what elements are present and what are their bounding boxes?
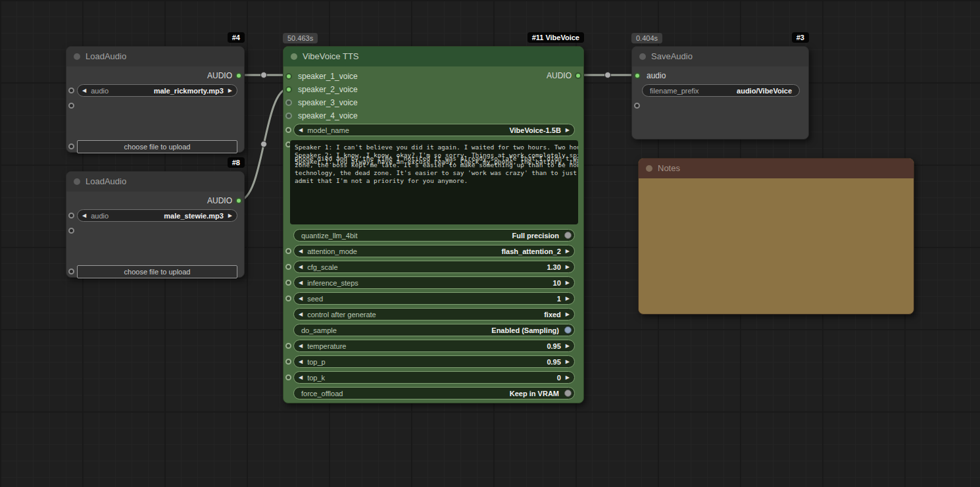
- widget-top-p[interactable]: ◀ top_p 0.95 ▶: [293, 355, 575, 368]
- widget-value: 10: [553, 279, 561, 287]
- top-k-input-socket[interactable]: [285, 374, 291, 380]
- next-arrow-icon[interactable]: ▶: [561, 340, 574, 352]
- output-slot-label-audio: AUDIO: [547, 71, 572, 80]
- audio-file-combo[interactable]: ◀ audio male_rickmorty.mp3 ▶: [77, 84, 237, 97]
- next-arrow-icon[interactable]: ▶: [561, 371, 574, 384]
- audio-output-socket[interactable]: [575, 72, 581, 79]
- prev-arrow-icon[interactable]: ◀: [294, 245, 307, 257]
- toggle-knob-icon[interactable]: [564, 390, 572, 397]
- widget-value: audio/VibeVoice: [737, 87, 799, 95]
- next-arrow-icon[interactable]: ▶: [561, 245, 574, 257]
- prev-arrow-icon[interactable]: ◀: [294, 124, 307, 136]
- widget-temperature[interactable]: ◀ temperature 0.95 ▶: [293, 340, 575, 352]
- prev-arrow-icon[interactable]: ◀: [78, 84, 91, 97]
- audio-output-socket[interactable]: [235, 72, 242, 79]
- prev-arrow-icon[interactable]: ◀: [294, 340, 307, 352]
- speaker-3-input-socket[interactable]: [285, 99, 292, 106]
- audio-output-socket[interactable]: [235, 197, 242, 204]
- collapse-dot-icon[interactable]: [646, 165, 652, 172]
- prev-arrow-icon[interactable]: ◀: [294, 308, 307, 320]
- node-loadaudio-8[interactable]: LoadAudio AUDIO ◀ audio male_stewie.mp3 …: [66, 171, 245, 278]
- widget-force-offload[interactable]: force_offload Keep in VRAM: [293, 387, 575, 399]
- collapse-dot-icon[interactable]: [74, 53, 80, 60]
- script-textarea[interactable]: Speaker 1: I can't believe you did it ag…: [290, 140, 578, 224]
- node-notes[interactable]: Notes: [638, 158, 914, 315]
- widget-label: temperature: [307, 342, 346, 350]
- widget-label: do_sample: [294, 326, 337, 334]
- upload-input-socket[interactable]: [68, 269, 74, 274]
- output-slot-label-audio: AUDIO: [207, 196, 232, 205]
- toggle-knob-icon[interactable]: [564, 232, 572, 239]
- input-slot-label: speaker_1_voice: [298, 72, 358, 81]
- widget-top-k[interactable]: ◀ top_k 0 ▶: [293, 371, 575, 384]
- audioui-input-socket[interactable]: [634, 103, 640, 109]
- node-saveaudio[interactable]: SaveAudio audio filename_prefix audio/Vi…: [631, 46, 809, 140]
- model-name-combo[interactable]: ◀ model_name VibeVoice-1.5B ▶: [293, 124, 575, 136]
- prev-arrow-icon[interactable]: ◀: [294, 261, 307, 273]
- notes-body[interactable]: [639, 178, 914, 314]
- next-arrow-icon[interactable]: ▶: [224, 209, 237, 222]
- audioui-input-socket[interactable]: [68, 228, 74, 234]
- node-loadaudio-4[interactable]: LoadAudio AUDIO ◀ audio male_rickmorty.m…: [66, 46, 245, 153]
- input-slot-label: speaker_2_voice: [298, 85, 358, 94]
- speaker-1-input-socket[interactable]: [285, 73, 292, 80]
- next-arrow-icon[interactable]: ▶: [561, 261, 574, 273]
- prev-arrow-icon[interactable]: ◀: [294, 292, 307, 305]
- widget-quantize-llm-4bit[interactable]: quantize_llm_4bit Full precision: [293, 229, 575, 242]
- seed-input-socket[interactable]: [285, 295, 291, 301]
- audioui-input-socket[interactable]: [68, 103, 74, 109]
- widget-label: quantize_llm_4bit: [294, 232, 358, 240]
- widget-label: control after generate: [307, 311, 376, 319]
- filename-prefix-field[interactable]: filename_prefix audio/VibeVoice: [642, 84, 800, 97]
- speaker-2-input-socket[interactable]: [285, 86, 292, 93]
- choose-file-button[interactable]: choose file to upload: [77, 140, 237, 153]
- widget-value: 1.30: [547, 263, 560, 271]
- next-arrow-icon[interactable]: ▶: [561, 124, 574, 136]
- widget-seed[interactable]: ◀ seed 1 ▶: [293, 292, 575, 305]
- attention-mode-input-socket[interactable]: [285, 248, 291, 254]
- next-arrow-icon[interactable]: ▶: [561, 308, 574, 320]
- choose-file-button[interactable]: choose file to upload: [77, 265, 237, 278]
- widget-control-after-generate[interactable]: ◀ control after generate fixed ▶: [293, 308, 575, 320]
- prev-arrow-icon[interactable]: ◀: [294, 355, 307, 368]
- temperature-input-socket[interactable]: [285, 343, 291, 349]
- collapse-dot-icon[interactable]: [639, 53, 646, 60]
- textarea-line: admit that I'm not a priority for you an…: [295, 177, 574, 185]
- widget-inference-steps[interactable]: ◀ inference_steps 10 ▶: [293, 276, 575, 289]
- cfg-scale-input-socket[interactable]: [285, 264, 291, 270]
- model-name-input-socket[interactable]: [285, 127, 291, 133]
- audio-input-socket[interactable]: [68, 213, 74, 218]
- audio-input-socket[interactable]: [634, 72, 641, 79]
- widget-value: male_stewie.mp3: [164, 212, 224, 220]
- next-arrow-icon[interactable]: ▶: [224, 84, 237, 97]
- audio-input-socket[interactable]: [68, 88, 74, 93]
- upload-input-socket[interactable]: [68, 143, 74, 149]
- widget-cfg-scale[interactable]: ◀ cfg_scale 1.30 ▶: [293, 261, 575, 273]
- node-vibevoice-tts[interactable]: VibeVoice TTS AUDIO speaker_1_voice spea…: [283, 46, 584, 403]
- collapse-dot-icon[interactable]: [291, 53, 297, 60]
- speaker-4-input-socket[interactable]: [285, 113, 292, 119]
- next-arrow-icon[interactable]: ▶: [561, 276, 574, 289]
- prev-arrow-icon[interactable]: ◀: [78, 209, 91, 222]
- top-p-input-socket[interactable]: [285, 359, 291, 365]
- widget-label: filename_prefix: [643, 87, 699, 95]
- widget-do-sample[interactable]: do_sample Enabled (Sampling): [293, 324, 575, 336]
- node-title: Notes: [658, 163, 680, 173]
- widget-value: male_rickmorty.mp3: [154, 87, 224, 95]
- inference-steps-input-socket[interactable]: [285, 280, 291, 286]
- widget-attention-mode[interactable]: ◀ attention_mode flash_attention_2 ▶: [293, 245, 575, 257]
- widget-value: Full precision: [512, 232, 559, 240]
- widget-label: audio: [91, 87, 109, 95]
- node-title: VibeVoice TTS: [303, 51, 359, 61]
- node-graph-canvas[interactable]: #4 #8 50.463s #11 VibeVoice 0.404s #3 Lo…: [0, 0, 980, 487]
- widget-value: flash_attention_2: [501, 247, 560, 255]
- next-arrow-icon[interactable]: ▶: [561, 355, 574, 368]
- next-arrow-icon[interactable]: ▶: [561, 292, 574, 305]
- collapse-dot-icon[interactable]: [74, 178, 80, 185]
- prev-arrow-icon[interactable]: ◀: [294, 371, 307, 384]
- node-title: LoadAudio: [86, 176, 126, 186]
- input-slot-label: speaker_4_voice: [298, 111, 358, 120]
- toggle-knob-icon[interactable]: [564, 326, 572, 334]
- prev-arrow-icon[interactable]: ◀: [294, 276, 307, 289]
- audio-file-combo[interactable]: ◀ audio male_stewie.mp3 ▶: [77, 209, 237, 222]
